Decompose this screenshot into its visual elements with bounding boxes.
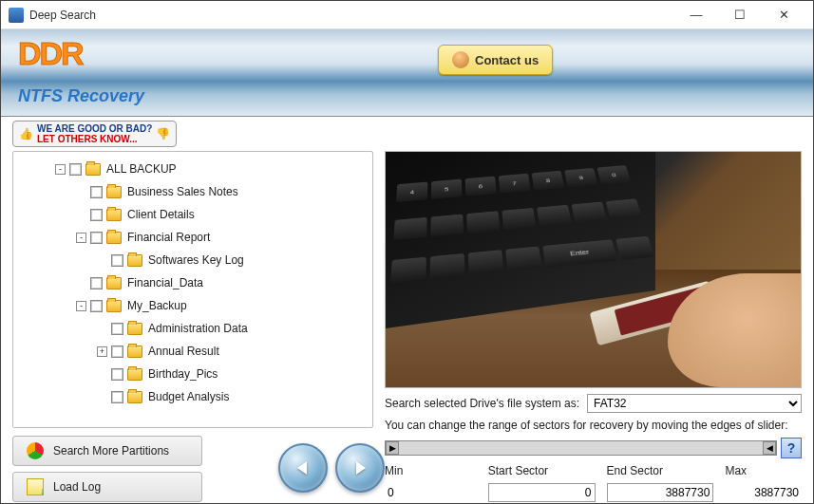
folder-icon <box>106 277 122 289</box>
tree-node[interactable]: Birthday_Pics <box>17 363 369 385</box>
tree-checkbox[interactable] <box>111 254 123 267</box>
feedback-line2: LET OTHERS KNOW... <box>37 134 138 144</box>
feedback-line1: WE ARE GOOD OR BAD? <box>37 123 152 134</box>
folder-icon <box>106 209 122 221</box>
right-column: 4567890 Enter Search selected Drive's fi… <box>385 151 802 502</box>
max-value <box>725 483 802 502</box>
tree-node[interactable]: -ALL BACKUP <box>17 158 369 180</box>
tree-checkbox[interactable] <box>90 209 103 221</box>
tree-node-label: Softwares Key Log <box>148 253 244 267</box>
tree-node[interactable]: -My_Backup <box>17 294 369 317</box>
tree-node-label: ALL BACKUP <box>106 162 177 176</box>
contact-label: Contact us <box>475 53 539 67</box>
tree-checkbox[interactable] <box>111 391 123 403</box>
folder-icon <box>127 254 142 267</box>
start-sector-input[interactable] <box>488 483 596 502</box>
tree-node-label: Client Details <box>127 208 195 221</box>
svg-marker-0 <box>297 461 307 475</box>
close-button[interactable]: ✕ <box>762 2 805 28</box>
load-log-label: Load Log <box>53 480 101 494</box>
tree-checkbox[interactable] <box>90 300 103 312</box>
sector-range-slider[interactable]: ▶ ◀ <box>385 440 777 456</box>
tree-node[interactable]: Budget Analysis <box>17 385 369 408</box>
end-sector-label: End Sector <box>607 464 714 477</box>
folder-icon <box>127 391 142 403</box>
minimize-button[interactable]: — <box>674 2 718 28</box>
collapse-icon[interactable]: - <box>55 164 66 175</box>
nav-buttons <box>278 443 385 493</box>
end-sector-input[interactable] <box>607 483 714 502</box>
tree-checkbox[interactable] <box>90 232 103 244</box>
main-content: -ALL BACKUP Business Sales Notes Client … <box>1 151 813 504</box>
tree-node[interactable]: +Annual Result <box>17 340 369 363</box>
logo: DDR <box>18 35 83 72</box>
feedback-tagline[interactable]: 👍 WE ARE GOOD OR BAD? LET OTHERS KNOW...… <box>12 121 177 147</box>
svg-marker-1 <box>356 461 366 475</box>
min-value <box>385 483 477 502</box>
folder-icon <box>127 323 142 335</box>
tree-checkbox[interactable] <box>111 323 123 335</box>
folder-tree-panel: -ALL BACKUP Business Sales Notes Client … <box>12 151 373 428</box>
tree-checkbox[interactable] <box>111 345 123 358</box>
tree-node-label: Business Sales Notes <box>127 185 238 198</box>
title-bar: Deep Search — ☐ ✕ <box>1 1 813 29</box>
tree-checkbox[interactable] <box>90 186 103 198</box>
thumb-down-icon: 👎 <box>156 127 170 140</box>
log-file-icon <box>27 478 44 495</box>
tree-node[interactable]: Financial_Data <box>17 271 369 294</box>
collapse-icon[interactable]: - <box>76 233 86 243</box>
folder-icon <box>106 186 122 198</box>
tree-node-label: Administration Data <box>148 322 248 335</box>
left-column: -ALL BACKUP Business Sales Notes Client … <box>12 151 373 502</box>
tree-checkbox[interactable] <box>111 368 123 381</box>
slider-left-handle[interactable]: ▶ <box>386 441 399 455</box>
max-label: Max <box>725 464 802 477</box>
tree-node[interactable]: Business Sales Notes <box>17 180 369 203</box>
person-icon <box>452 51 469 68</box>
logo-text: DDR <box>18 35 83 72</box>
tree-node[interactable]: Client Details <box>17 203 369 226</box>
next-button[interactable] <box>335 443 385 493</box>
prev-button[interactable] <box>278 443 328 493</box>
product-subtitle: NTFS Recovery <box>18 86 144 106</box>
filesystem-label: Search selected Drive's file system as: <box>385 397 579 410</box>
tree-node-label: Birthday_Pics <box>148 367 218 381</box>
tree-node-label: Annual Result <box>148 345 219 358</box>
load-log-button[interactable]: Load Log <box>12 472 202 502</box>
folder-icon <box>127 345 142 358</box>
tree-node-label: Budget Analysis <box>148 390 229 403</box>
tree-checkbox[interactable] <box>69 163 82 176</box>
maximize-button[interactable]: ☐ <box>718 2 762 28</box>
sector-fields: Min Start Sector End Sector Max <box>385 464 802 502</box>
folder-icon <box>85 163 101 176</box>
help-button[interactable]: ? <box>781 438 802 458</box>
folder-icon <box>127 368 142 381</box>
app-icon <box>9 8 24 23</box>
tree-node[interactable]: -Financial Report <box>17 226 369 249</box>
folder-tree[interactable]: -ALL BACKUP Business Sales Notes Client … <box>13 152 372 427</box>
tree-checkbox[interactable] <box>90 277 103 289</box>
window-controls: — ☐ ✕ <box>674 2 805 28</box>
window-title: Deep Search <box>29 9 674 22</box>
tree-node[interactable]: Administration Data <box>17 317 369 340</box>
collapse-icon[interactable]: - <box>76 301 86 311</box>
slider-right-handle[interactable]: ◀ <box>763 441 776 455</box>
tree-node[interactable]: Softwares Key Log <box>17 249 369 271</box>
preview-image: 4567890 Enter <box>385 151 802 388</box>
folder-icon <box>106 232 122 244</box>
tree-node-label: Financial_Data <box>127 276 203 289</box>
contact-us-button[interactable]: Contact us <box>438 45 553 75</box>
contact-wrap: Contact us <box>438 45 553 75</box>
search-more-partitions-button[interactable]: Search More Partitions <box>12 436 202 466</box>
filesystem-row: Search selected Drive's file system as: … <box>385 394 802 413</box>
start-sector-label: Start Sector <box>488 464 596 477</box>
header-banner: DDR NTFS Recovery Contact us <box>1 29 813 117</box>
tree-node-label: My_Backup <box>127 299 187 312</box>
folder-icon <box>106 300 122 312</box>
pie-chart-icon <box>27 442 44 459</box>
filesystem-select[interactable]: FAT32 <box>587 394 802 413</box>
slider-info-text: You can change the range of sectors for … <box>385 419 802 432</box>
slider-row: ▶ ◀ ? <box>385 438 802 458</box>
search-more-label: Search More Partitions <box>53 444 169 457</box>
expand-icon[interactable]: + <box>97 346 107 357</box>
